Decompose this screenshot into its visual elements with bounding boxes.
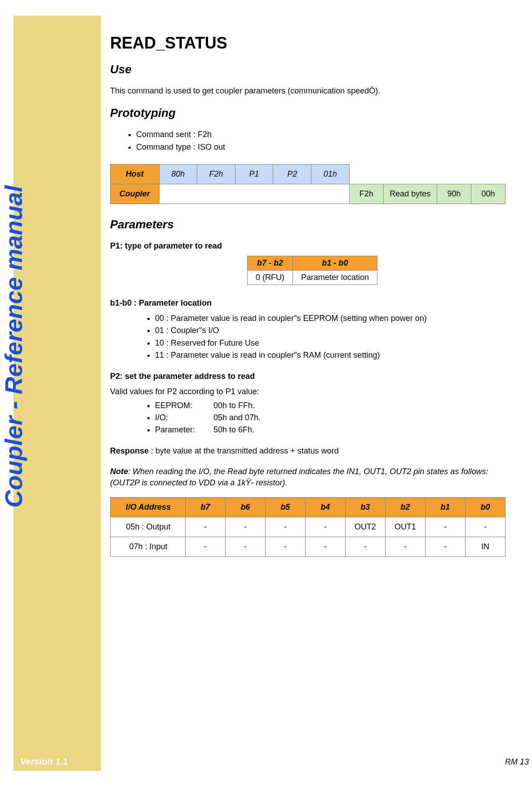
b1b0-list: 00 : Parameter value is read in coupler"… [110, 313, 514, 361]
proto-coupler-label: Coupler [111, 184, 160, 204]
p2-row-1: I/O:05h and 07h. [155, 412, 514, 423]
proto-host-c4: 01h [311, 164, 350, 184]
p2-row-2: Parameter:50h to 6Fh. [155, 424, 514, 436]
io-r0-c0: - [465, 517, 505, 537]
heading-use: Use [110, 62, 514, 76]
b1b0-i0: 00 : Parameter value is read in coupler"… [155, 313, 514, 324]
io-h-b5: b5 [265, 498, 305, 517]
proto-coupler-c1: Read bytes [383, 184, 437, 204]
b1b0-i1: 01 : Coupler"s I/O [155, 325, 514, 336]
io-r1-c1: - [425, 537, 465, 557]
proto-host-c3: P2 [273, 164, 311, 184]
io-h-b6: b6 [225, 498, 265, 517]
heading-parameters: Parameters [110, 218, 514, 231]
p2-r0-label: EEPROM: [155, 400, 213, 411]
b1b0-i3: 11 : Parameter value is read in coupler"… [155, 350, 514, 361]
proto-coupler-c0: F2h [349, 184, 383, 204]
p2-r2-val: 50h to 6Fh. [213, 424, 254, 436]
io-r0-c2: OUT1 [385, 517, 425, 537]
b1b0-i2: 10 : Reserved for Future Use [155, 338, 514, 349]
io-r0-c1: - [425, 517, 465, 537]
proto-bullet-0: Command sent : F2h [136, 129, 514, 140]
io-r1-c3: - [345, 537, 385, 557]
response-text: : byte value at the transmitted address … [149, 446, 339, 455]
proto-host-c1: F2h [197, 164, 235, 184]
p2-r0-val: 00h to FFh. [213, 400, 255, 411]
heading-prototyping: Prototyping [110, 106, 514, 120]
proto-row-coupler: Coupler F2h Read bytes 90h 00h [111, 184, 505, 204]
io-h-b4: b4 [305, 498, 345, 517]
p1-h0: b7 - b2 [247, 256, 293, 270]
io-r1-c5: - [265, 537, 305, 557]
io-r1-c4: - [305, 537, 345, 557]
p1-table: b7 - b2 b1 - b0 0 (RFU) Parameter locati… [247, 256, 377, 285]
command-title: READ_STATUS [110, 34, 514, 53]
version-text: Version 1.1 [20, 756, 68, 767]
page-number: RM 13 [505, 757, 529, 767]
io-r0-addr: 05h : Output [111, 517, 186, 537]
proto-table: Host 80h F2h P1 P2 01h Coupler F2h Read … [110, 164, 505, 204]
io-h-b3: b3 [345, 498, 385, 517]
io-r0-c3: OUT2 [345, 517, 385, 537]
note-text: : When reading the I/O, the Read byte re… [110, 467, 488, 487]
p1-heading: P1: type of parameter to read [110, 240, 514, 251]
proto-host-empty [349, 164, 505, 184]
io-h-b7: b7 [185, 498, 225, 517]
io-r0-c5: - [265, 517, 305, 537]
main-content: READ_STATUS Use This command is used to … [110, 34, 514, 557]
p2-heading: P2: set the parameter address to read [110, 371, 514, 382]
p2-intro: Valid values for P2 according to P1 valu… [110, 386, 514, 397]
io-h-b1: b1 [425, 498, 465, 517]
use-text: This command is used to get coupler para… [110, 85, 514, 96]
io-h-b2: b2 [385, 498, 425, 517]
io-r0-c4: - [305, 517, 345, 537]
proto-bullets: Command sent : F2h Command type : ISO ou… [110, 129, 514, 153]
proto-row-host: Host 80h F2h P1 P2 01h [111, 164, 505, 184]
io-h-b0: b0 [465, 498, 505, 517]
proto-host-label: Host [111, 164, 160, 184]
io-row-0: 05h : Output - - - - OUT2 OUT1 - - [111, 517, 505, 537]
p2-r1-val: 05h and 07h. [213, 412, 261, 423]
p2-row-0: EEPROM:00h to FFh. [155, 400, 514, 411]
sidebar-title: Coupler - Reference manual [0, 9, 27, 684]
proto-host-c0: 80h [159, 164, 197, 184]
note-label: Note [110, 467, 128, 476]
io-r0-c7: - [185, 517, 225, 537]
proto-coupler-empty [159, 184, 349, 204]
proto-host-c2: P1 [235, 164, 273, 184]
io-r1-c2: - [385, 537, 425, 557]
proto-bullet-1: Command type : ISO out [136, 142, 514, 153]
io-r1-addr: 07h : Input [111, 537, 186, 557]
io-table: I/O Address b7 b6 b5 b4 b3 b2 b1 b0 05h … [110, 497, 505, 557]
p1-h1: b1 - b0 [293, 256, 377, 270]
p2-r1-label: I/O: [155, 412, 213, 423]
io-h-addr: I/O Address [111, 498, 186, 517]
io-r1-c6: - [225, 537, 265, 557]
io-row-1: 07h : Input - - - - - - - IN [111, 537, 505, 557]
b1b0-heading: b1-b0 : Parameter location [110, 298, 514, 308]
io-r0-c6: - [225, 517, 265, 537]
proto-coupler-c2: 90h [437, 184, 471, 204]
io-r1-c0: IN [465, 537, 505, 557]
p2-r2-label: Parameter: [155, 424, 213, 436]
response-line: Response : byte value at the transmitted… [110, 445, 514, 456]
proto-coupler-c3: 00h [471, 184, 505, 204]
note-line: Note: When reading the I/O, the Read byt… [110, 466, 514, 488]
response-label: Response [110, 446, 149, 455]
p2-list: EEPROM:00h to FFh. I/O:05h and 07h. Para… [110, 400, 514, 436]
p1-r0: 0 (RFU) [247, 270, 293, 285]
io-r1-c7: - [185, 537, 225, 557]
p1-r1: Parameter location [293, 270, 377, 285]
